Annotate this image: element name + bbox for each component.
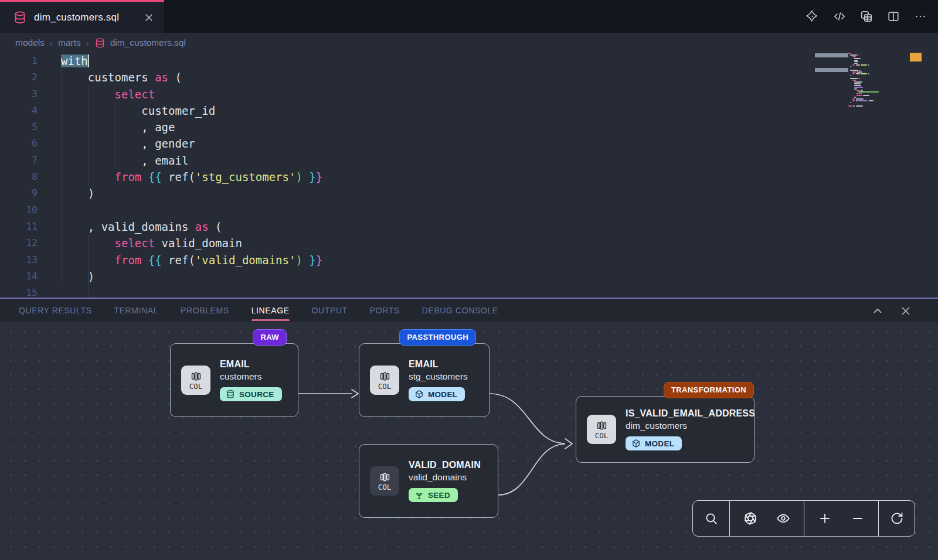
code-line: select valid_domain: [61, 235, 322, 251]
panel-tab-debug-console[interactable]: DEBUG CONSOLE: [422, 298, 498, 323]
minimap-segment: [850, 102, 851, 103]
minimap-line: [848, 63, 899, 64]
code-line: , gender: [61, 135, 322, 152]
minimap-decoration: [815, 53, 848, 57]
code-token: as: [155, 71, 168, 84]
selected-text: with: [61, 54, 88, 67]
lineage-canvas[interactable]: RAWCOLEMAILcustomersSOURCEPASSTHROUGHCOL…: [0, 322, 938, 560]
toolbar-group: [730, 501, 804, 536]
zoom-in-icon: [818, 511, 832, 525]
zoom-out-icon: [851, 511, 865, 525]
lineage-node-stg_customers[interactable]: PASSTHROUGHCOLEMAILstg_customersMODEL: [359, 343, 490, 417]
lineage-toolbar-eye-button[interactable]: [772, 507, 795, 530]
lineage-node-valid_domains[interactable]: COLVALID_DOMAINvalid_domainsSEED: [359, 444, 498, 518]
minimap-line: [848, 83, 899, 84]
minimap-segment: [857, 90, 860, 91]
minimap-line: [848, 105, 899, 107]
panel-tab-query-results[interactable]: QUERY RESULTS: [19, 298, 92, 323]
titlebar: dim_customers.sql: [0, 0, 938, 33]
minimap-line: [848, 97, 899, 98]
minimap-segment: [854, 61, 858, 62]
lineage-toolbar-aperture-button[interactable]: [739, 507, 762, 530]
lineage-node-dim_customers[interactable]: TRANSFORMATIONCOLIS_VALID_EMAIL_ADDRESSd…: [576, 396, 755, 463]
breadcrumb-item-marts[interactable]: marts: [58, 37, 81, 48]
node-tag-transformation: TRANSFORMATION: [664, 382, 754, 398]
code-token: [61, 254, 115, 267]
app-window: dim_customers.sql models›marts›dim_custo…: [0, 0, 938, 560]
code-brackets-button[interactable]: [832, 9, 847, 23]
node-type-label: SOURCE: [239, 390, 274, 399]
code-editor[interactable]: 123456789101112131415 with customers as …: [0, 53, 938, 298]
more-ellipsis: [914, 10, 927, 23]
dbt-logo-button[interactable]: [806, 9, 820, 23]
editor-tab-dim-customers[interactable]: dim_customers.sql: [0, 0, 164, 33]
code-token: 'valid_domains': [195, 254, 296, 267]
code-line: , email: [61, 152, 322, 169]
code-token: customer_id: [61, 104, 215, 117]
panel-tab-terminal[interactable]: TERMINAL: [114, 298, 159, 323]
minimap-segment: [861, 64, 868, 66]
minimap-segment: [850, 54, 857, 56]
node-type-badge-model: MODEL: [409, 387, 465, 401]
minimap-line: [848, 91, 899, 93]
minimap-segment: [850, 70, 858, 71]
code-token: [141, 254, 148, 267]
panel-tab-problems[interactable]: PROBLEMS: [181, 298, 229, 323]
line-number: 12: [0, 235, 38, 251]
code-line: ): [61, 185, 322, 202]
line-number: 7: [0, 152, 38, 169]
node-column-name: VALID_DOMAIN: [409, 460, 481, 470]
overview-ruler-marker: [910, 53, 922, 62]
copy-table-button[interactable]: [859, 9, 874, 23]
column-icon-block: COL: [587, 415, 616, 444]
minimap-segment: [868, 73, 869, 74]
code-token: select: [115, 237, 155, 250]
code-token: from: [115, 170, 142, 183]
minimap-segment: [858, 100, 868, 101]
minimap-segment: [852, 98, 855, 100]
code-token: [303, 254, 309, 267]
code-content[interactable]: with customers as ( select customer_id ,…: [61, 53, 322, 298]
minimap-segment: [868, 64, 869, 66]
column-block-label: COL: [378, 383, 392, 390]
toolbar-group: [693, 501, 730, 536]
minimap-line: [848, 68, 899, 69]
column-icon-block: COL: [370, 366, 399, 395]
minimap-segment: [850, 78, 858, 79]
close-panel-button[interactable]: [899, 305, 912, 317]
lineage-toolbar-refresh-button[interactable]: [885, 507, 909, 530]
line-number: 9: [0, 185, 38, 202]
breadcrumb-item-dim-customers-sql[interactable]: dim_customers.sql: [94, 37, 186, 49]
panel-tab-ports[interactable]: PORTS: [370, 298, 400, 323]
tab-close-icon[interactable]: [143, 12, 155, 23]
line-number-gutter: 123456789101112131415: [0, 53, 38, 298]
minimap-segment: [850, 75, 851, 76]
chevron-up-panel-button[interactable]: [871, 305, 884, 317]
node-type-badge-source: SOURCE: [220, 387, 282, 401]
panel-tab-output[interactable]: OUTPUT: [312, 298, 348, 323]
minimap-segment: [861, 73, 868, 74]
lineage-node-customers[interactable]: RAWCOLEMAILcustomersSOURCE: [170, 343, 298, 417]
panel-tab-lineage[interactable]: LINEAGE: [252, 298, 290, 323]
lineage-toolbar-search-button[interactable]: [699, 507, 723, 530]
code-token: , email: [61, 154, 188, 167]
breadcrumb-separator: ›: [86, 38, 89, 48]
node-model-name: customers: [220, 371, 262, 382]
more-ellipsis-button[interactable]: [913, 9, 927, 23]
minimap[interactable]: [848, 53, 899, 298]
lineage-toolbar-zoom-out-button[interactable]: [846, 507, 869, 530]
minimap-line: [848, 88, 899, 90]
minimap-line: [848, 60, 899, 61]
code-token: }: [309, 254, 315, 267]
split-editor-button[interactable]: [886, 9, 900, 23]
minimap-line: [848, 104, 899, 105]
code-token: [61, 88, 115, 101]
columns-icon: [191, 371, 202, 382]
code-line: customer_id: [61, 103, 322, 119]
minimap-line: [848, 87, 899, 88]
breadcrumb-item-models[interactable]: models: [15, 37, 45, 48]
node-tag-raw: RAW: [253, 329, 287, 346]
code-token: [141, 170, 148, 183]
lineage-toolbar-zoom-in-button[interactable]: [813, 507, 837, 530]
sprout-icon: [414, 490, 424, 500]
